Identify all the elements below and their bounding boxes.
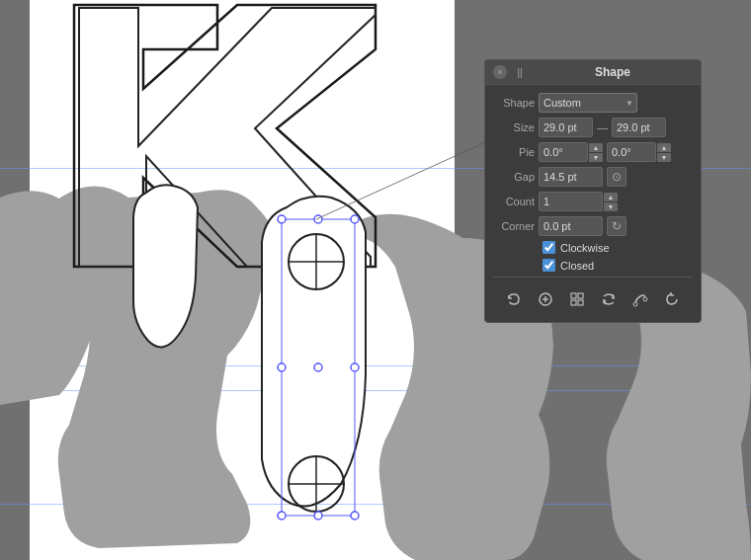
panel-divider [493,277,693,278]
pie-end-stepper: ▲ ▼ [607,142,671,162]
toolbar-path-button[interactable] [627,286,653,312]
count-row: Count ▲ ▼ [493,192,693,211]
gap-input[interactable] [539,167,603,187]
size-height-input[interactable] [612,118,666,137]
shape-panel: × || Shape Shape Custom Rectangle Ellips… [484,59,702,323]
svg-line-16 [316,138,494,219]
svg-rect-22 [571,300,576,305]
closed-checkbox-wrapper: Closed [542,259,594,272]
clockwise-checkbox-wrapper: Clockwise [542,241,610,254]
corner-row: Corner ↻ [493,216,693,236]
svg-rect-23 [578,300,583,305]
toolbar-add-button[interactable] [533,286,558,312]
shape-select[interactable]: Custom Rectangle Ellipse Polygon Star Li… [539,93,637,113]
corner-input[interactable] [539,216,603,236]
toolbar-convert-button[interactable] [596,286,622,312]
toolbar-grid-button[interactable] [564,286,590,312]
pie-end-increment[interactable]: ▲ [657,143,671,152]
pie-start-input[interactable] [539,142,588,162]
pie-label: Pie [493,146,535,158]
svg-point-12 [351,363,359,371]
count-decrement[interactable]: ▼ [604,202,618,211]
pie-start-decrement[interactable]: ▼ [589,153,603,162]
closed-row: Closed [542,259,693,272]
svg-point-25 [643,297,647,301]
svg-point-9 [351,215,359,223]
panel-body: Shape Custom Rectangle Ellipse Polygon S… [485,85,701,322]
clockwise-label: Clockwise [560,242,610,254]
clockwise-checkbox[interactable] [542,241,555,254]
pie-start-stepper: ▲ ▼ [539,142,603,162]
count-input[interactable] [539,192,603,211]
svg-point-8 [314,215,322,223]
clockwise-row: Clockwise [542,241,693,254]
panel-header: × || Shape [485,60,701,85]
svg-rect-20 [571,293,576,298]
shape-row: Shape Custom Rectangle Ellipse Polygon S… [493,93,693,113]
svg-point-24 [633,302,637,306]
size-label: Size [493,121,535,133]
pie-row: Pie ▲ ▼ ▲ ▼ [493,142,693,162]
pie-start-stepper-buttons: ▲ ▼ [589,143,603,162]
size-row: Size — [493,118,693,137]
toolbar-refresh-button[interactable] [659,286,685,312]
svg-point-14 [314,512,322,520]
panel-toolbar [493,282,693,314]
pie-end-input[interactable] [607,142,656,162]
svg-rect-21 [578,293,583,298]
gap-row: Gap ⊙ [493,167,693,187]
shape-field-label: Shape [493,97,535,109]
gap-icon-button[interactable]: ⊙ [607,167,626,187]
count-stepper-buttons: ▲ ▼ [604,193,618,211]
panel-collapse-button[interactable]: || [513,65,527,79]
shape-select-wrapper: Custom Rectangle Ellipse Polygon Star Li… [539,93,637,113]
pie-start-increment[interactable]: ▲ [589,143,603,152]
svg-point-10 [278,363,286,371]
size-width-input[interactable] [539,118,593,137]
corner-label: Corner [493,220,535,232]
svg-point-15 [351,512,359,520]
toolbar-undo-button[interactable] [501,286,527,312]
corner-icon-button[interactable]: ↻ [607,216,626,236]
count-stepper: ▲ ▼ [539,192,618,211]
pie-end-stepper-buttons: ▲ ▼ [657,143,671,162]
count-label: Count [493,196,535,207]
panel-close-button[interactable]: × [493,65,507,79]
panel-title: Shape [533,65,693,79]
gap-label: Gap [493,171,535,183]
svg-point-13 [278,512,286,520]
pie-end-decrement[interactable]: ▼ [657,153,671,162]
closed-label: Closed [560,260,594,272]
size-dash: — [597,121,608,133]
closed-checkbox[interactable] [542,259,555,272]
svg-point-7 [278,215,286,223]
count-increment[interactable]: ▲ [604,193,618,201]
